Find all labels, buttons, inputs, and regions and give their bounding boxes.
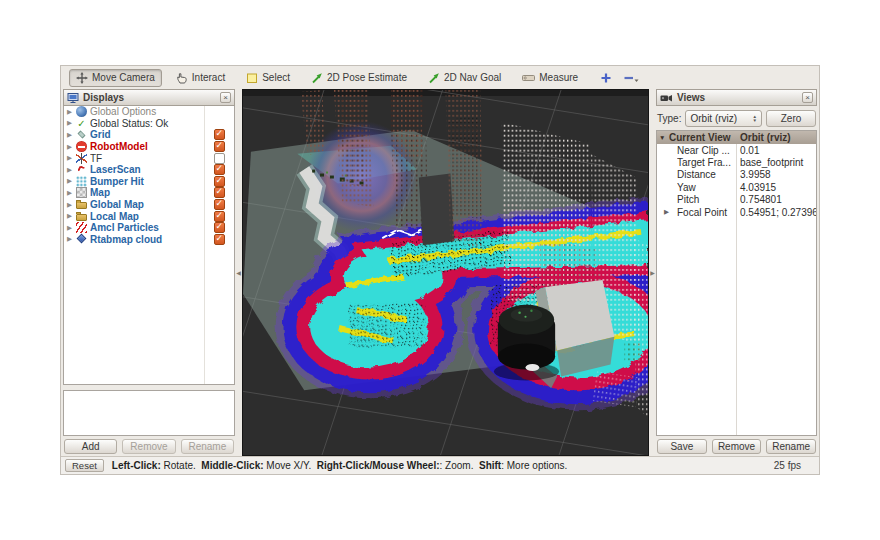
- property-value[interactable]: base_footprint: [736, 157, 816, 168]
- display-name: Local Map: [90, 211, 205, 222]
- expander-icon[interactable]: ▶: [67, 131, 76, 139]
- display-enabled-checkbox[interactable]: [214, 187, 225, 198]
- close-icon[interactable]: ×: [802, 92, 813, 103]
- render-viewport[interactable]: [242, 89, 649, 456]
- remove-tool-button[interactable]: [621, 70, 641, 86]
- tool-label: Interact: [192, 72, 225, 83]
- display-row[interactable]: ▶ Amcl Particles: [64, 222, 234, 234]
- left-splitter-handle[interactable]: ◀: [235, 89, 242, 456]
- view-property-row[interactable]: Yaw 4.03915: [657, 181, 816, 193]
- checkbox-cell: [205, 153, 234, 164]
- display-enabled-checkbox[interactable]: [214, 176, 225, 187]
- move-camera-tool-button[interactable]: Move Camera: [69, 69, 162, 87]
- property-value[interactable]: 4.03915: [736, 182, 816, 193]
- display-enabled-checkbox[interactable]: [214, 199, 225, 210]
- display-row[interactable]: ▶ Bumper Hit: [64, 176, 234, 188]
- property-value[interactable]: 0.54951; 0.27396...: [736, 207, 816, 218]
- panel-button[interactable]: Remove: [712, 439, 762, 454]
- checkbox-cell: [205, 129, 234, 140]
- zero-button[interactable]: Zero: [766, 110, 816, 127]
- panel-button[interactable]: Remove: [122, 439, 175, 454]
- displays-title-bar[interactable]: Displays ×: [63, 89, 235, 106]
- spinner-icon[interactable]: ▲▼: [753, 115, 757, 123]
- robot-model: [494, 305, 559, 381]
- display-row[interactable]: ▶ Global Options: [64, 106, 234, 118]
- display-row[interactable]: ▶ LaserScan: [64, 164, 234, 176]
- display-enabled-checkbox[interactable]: [214, 153, 225, 164]
- add-tool-button[interactable]: [598, 70, 614, 86]
- display-row[interactable]: ▶ TF: [64, 152, 234, 164]
- fps-counter: 25 fps: [774, 460, 801, 471]
- display-enabled-checkbox[interactable]: [214, 141, 225, 152]
- view-property-row[interactable]: Near Clip ... 0.01: [657, 144, 816, 156]
- display-enabled-checkbox[interactable]: [214, 129, 225, 140]
- expander-icon[interactable]: ▶: [67, 189, 76, 197]
- property-name: Near Clip ...: [677, 145, 736, 156]
- display-type-icon: [76, 164, 87, 175]
- current-view-header-row[interactable]: ▼ Current View Orbit (rviz): [657, 131, 816, 144]
- display-row[interactable]: ▶ Grid: [64, 129, 234, 141]
- display-enabled-checkbox[interactable]: [214, 164, 225, 175]
- expander-icon[interactable]: ▶: [67, 143, 76, 151]
- display-row[interactable]: ▶ Global Status: Ok: [64, 118, 234, 130]
- display-type-icon: [76, 222, 87, 233]
- panel-button[interactable]: Add: [64, 439, 117, 454]
- expander-icon[interactable]: ▶: [67, 224, 76, 232]
- interact-tool-button[interactable]: Interact: [169, 69, 232, 87]
- display-description-box: [63, 390, 235, 436]
- view-property-row[interactable]: Pitch 0.754801: [657, 194, 816, 206]
- 3d-scene-canvas[interactable]: [243, 90, 648, 455]
- panel-button[interactable]: Save: [657, 439, 707, 454]
- display-row[interactable]: ▶ Map: [64, 187, 234, 199]
- property-value[interactable]: 0.754801: [736, 194, 816, 205]
- expander-icon[interactable]: ▶: [67, 177, 76, 185]
- expander-icon[interactable]: ▶: [67, 119, 76, 127]
- panel-button[interactable]: Rename: [766, 439, 816, 454]
- view-type-combobox[interactable]: Orbit (rviz) ▲▼: [685, 110, 762, 127]
- pose-estimate-tool-button[interactable]: 2D Pose Estimate: [304, 69, 414, 87]
- expander-icon[interactable]: ▶: [67, 166, 76, 174]
- displays-tree[interactable]: ▶ Global Options ▶ Global Status: Ok: [63, 106, 235, 385]
- select-tool-button[interactable]: Select: [239, 69, 297, 87]
- display-type-icon: [76, 214, 87, 221]
- header-name: Current View: [669, 132, 737, 143]
- expander-icon[interactable]: ▶: [67, 235, 76, 243]
- tool-label: Measure: [539, 72, 578, 83]
- right-splitter-handle[interactable]: ▶: [649, 89, 656, 456]
- property-value[interactable]: 0.01: [736, 145, 816, 156]
- panel-title: Views: [677, 92, 705, 103]
- checkbox-cell: [205, 211, 234, 222]
- tool-label: Select: [262, 72, 290, 83]
- display-name: Global Map: [90, 199, 205, 210]
- display-enabled-checkbox[interactable]: [214, 234, 225, 245]
- checkbox-cell: [205, 141, 234, 152]
- display-row[interactable]: ▶ Local Map: [64, 210, 234, 222]
- expander-open-icon[interactable]: ▼: [657, 134, 669, 141]
- expander-icon[interactable]: ▶: [67, 154, 76, 162]
- nav-goal-tool-button[interactable]: 2D Nav Goal: [421, 69, 508, 87]
- minus-caret-icon: [623, 72, 639, 84]
- panel-button[interactable]: Rename: [181, 439, 234, 454]
- status-bar: Reset Left-Click: Rotate. Middle-Click: …: [61, 456, 819, 474]
- expander-icon: ▶: [657, 208, 677, 216]
- close-icon[interactable]: ×: [220, 92, 231, 103]
- display-row[interactable]: ▶ Rtabmap cloud: [64, 234, 234, 246]
- expander-icon[interactable]: ▶: [67, 212, 76, 220]
- property-value[interactable]: 3.9958: [736, 169, 816, 180]
- display-name: Global Options: [90, 106, 205, 117]
- display-row[interactable]: ▶ Global Map: [64, 199, 234, 211]
- view-type-row: Type: Orbit (rviz) ▲▼ Zero: [656, 106, 817, 130]
- view-property-row[interactable]: ▶ Focal Point 0.54951; 0.27396...: [657, 206, 816, 218]
- expander-icon[interactable]: ▶: [67, 201, 76, 209]
- move-icon: [76, 72, 88, 84]
- view-properties-table[interactable]: ▼ Current View Orbit (rviz) Near Clip ..…: [656, 130, 817, 436]
- views-title-bar[interactable]: Views ×: [656, 89, 817, 106]
- reset-button[interactable]: Reset: [65, 459, 104, 472]
- display-row[interactable]: ▶ RobotModel: [64, 141, 234, 153]
- expander-icon[interactable]: ▶: [67, 108, 76, 116]
- view-property-row[interactable]: Distance 3.9958: [657, 169, 816, 181]
- display-enabled-checkbox[interactable]: [214, 222, 225, 233]
- view-property-row[interactable]: Target Fra... base_footprint: [657, 156, 816, 168]
- display-enabled-checkbox[interactable]: [214, 211, 225, 222]
- measure-tool-button[interactable]: Measure: [515, 69, 585, 87]
